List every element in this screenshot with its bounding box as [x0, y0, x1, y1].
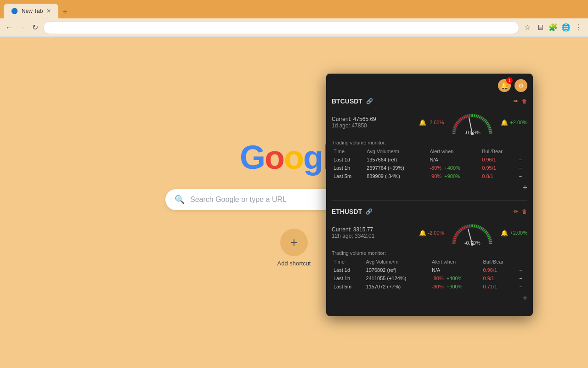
titlebar: 🔵 New Tab ✕ +: [0, 0, 588, 18]
eth-plus-icon[interactable]: +: [522, 293, 527, 303]
btc-plus-icon[interactable]: +: [522, 183, 527, 193]
td-alert: -90% +900%: [428, 172, 480, 180]
table-row: Last 5m 889909 (-34%) -90% +900% 0.8/1 −: [332, 172, 527, 180]
menu-dots-icon[interactable]: ⋮: [574, 23, 583, 32]
table-row: Last 1h 2411055 (+124%) -80% +400% 0.9/1…: [332, 274, 527, 282]
table-row: Last 1d 1357664 (ref) N/A 0.96/1 −: [332, 155, 527, 164]
forward-button[interactable]: →: [17, 23, 27, 32]
td-vol: 2411055 (+124%): [364, 274, 430, 282]
td-alert: -90% +900%: [430, 282, 481, 291]
td-minus[interactable]: −: [517, 172, 527, 180]
browser-toolbar: ← → ↻ ☆ 🖥 🧩 🌐 ⋮: [0, 18, 588, 37]
eth-volume-table: Time Avg Volume/m Alert when Bull/Bear L…: [332, 258, 527, 291]
btc-delete-icon[interactable]: 🗑: [522, 98, 527, 104]
btc-volume-label: Trading volume monitor:: [332, 140, 527, 145]
btc-alert-red: 🔔 -2.00%: [419, 119, 444, 126]
btc-current-value: 47565.69: [353, 116, 376, 122]
logo-o1: o: [265, 139, 284, 176]
td-minus[interactable]: −: [517, 266, 527, 274]
td-bull: 0.8/1: [480, 172, 517, 180]
eth-symbol: ETHUSDT: [332, 208, 362, 215]
add-shortcut-button[interactable]: + Add shortcut: [277, 229, 311, 267]
td-minus[interactable]: −: [517, 274, 527, 282]
btc-table-header-row: Time Avg Volume/m Alert when Bull/Bear: [332, 147, 527, 155]
eth-volume-label: Trading volume monitor:: [332, 250, 527, 256]
btc-current-price: Current: 47565.69: [332, 116, 413, 122]
td-vol: 889909 (-34%): [365, 172, 428, 180]
eth-ago-price: 12h ago: 3342.01: [332, 233, 413, 239]
screen-cast-icon[interactable]: 🖥: [536, 23, 545, 32]
back-button[interactable]: ←: [5, 23, 14, 32]
tab-title: New Tab: [22, 8, 43, 14]
eth-ago-value: 3342.01: [355, 233, 374, 239]
th-bull-btc: Bull/Bear: [480, 147, 517, 155]
btc-symbol: BTCUSDT: [332, 98, 362, 105]
td-minus[interactable]: −: [517, 155, 527, 164]
new-tab-button[interactable]: +: [58, 6, 71, 18]
th-vol-btc: Avg Volume/m: [365, 147, 428, 155]
btc-ago-value: 47850: [351, 122, 367, 129]
eth-prices: Current: 3315.77 12h ago: 3342.01: [332, 226, 413, 239]
eth-alert-red-pct: -2.00%: [428, 230, 444, 236]
table-row: Last 1h 2697764 (+99%) -80% +400% 0.95/1…: [332, 164, 527, 172]
btc-link-icon[interactable]: 🔗: [366, 98, 373, 104]
reload-button[interactable]: ↻: [30, 23, 40, 32]
table-row: Last 1d 1076802 (ref) N/A 0.96/1 −: [332, 266, 527, 274]
tab-favicon: 🔵: [11, 8, 18, 14]
btc-add-row-button[interactable]: +: [332, 183, 527, 193]
tab-close-icon[interactable]: ✕: [46, 8, 51, 14]
bookmark-star-icon[interactable]: ☆: [523, 23, 532, 32]
td-alert: N/A: [428, 155, 480, 164]
eth-section: ETHUSDT 🔗 ✏ 🗑 Current: 3315.77 12h ago: …: [332, 208, 527, 310]
profile-globe-icon[interactable]: 🌐: [561, 23, 571, 32]
btc-alert-green-pct: +2.00%: [510, 120, 527, 125]
td-minus[interactable]: −: [517, 164, 527, 172]
eth-gauge-pct: -0.79%: [464, 240, 481, 246]
active-tab[interactable]: 🔵 New Tab ✕: [4, 4, 58, 18]
td-time: Last 1d: [332, 155, 365, 164]
eth-alert-red: 🔔 -2.00%: [419, 230, 444, 236]
td-vol: 1076802 (ref): [364, 266, 430, 274]
add-shortcut-circle: +: [280, 229, 308, 256]
settings-gear-button[interactable]: ⚙: [514, 79, 527, 92]
btc-gauge: -0.59%: [449, 109, 495, 136]
td-bull: 0.96/1: [480, 155, 517, 164]
td-time: Last 1d: [332, 266, 364, 274]
extensions-puzzle-icon[interactable]: 🧩: [548, 23, 558, 32]
btc-edit-icon[interactable]: ✏: [514, 98, 518, 104]
btc-alert-green: 🔔 +2.00%: [501, 119, 527, 126]
eth-table-header-row: Time Avg Volume/m Alert when Bull/Bear: [332, 258, 527, 266]
url-bar[interactable]: [43, 21, 519, 34]
th-action-eth: [517, 258, 527, 266]
eth-info-row: Current: 3315.77 12h ago: 3342.01 🔔 -2.0…: [332, 219, 527, 247]
td-bull: 0.96/1: [481, 266, 517, 274]
th-alert-btc: Alert when: [428, 147, 480, 155]
eth-header: ETHUSDT 🔗 ✏ 🗑: [332, 208, 527, 215]
eth-edit-icon[interactable]: ✏: [514, 208, 518, 215]
btc-header: BTCUSDT 🔗 ✏ 🗑: [332, 98, 527, 105]
tab-bar: 🔵 New Tab ✕ +: [4, 0, 71, 18]
th-time-btc: Time: [332, 147, 365, 155]
td-vol: 1157072 (+7%): [364, 282, 430, 291]
eth-gauge: -0.79%: [449, 219, 495, 247]
td-minus[interactable]: −: [517, 282, 527, 291]
td-alert: N/A: [430, 266, 481, 274]
search-placeholder: Search Google or type a URL: [190, 196, 287, 204]
eth-delete-icon[interactable]: 🗑: [522, 208, 527, 215]
td-alert: -80% +400%: [430, 274, 481, 282]
eth-bell-red-icon: 🔔: [419, 230, 426, 236]
btc-volume-table: Time Avg Volume/m Alert when Bull/Bear L…: [332, 147, 527, 180]
btc-ago-price: 1d ago: 47850: [332, 122, 413, 129]
eth-add-row-button[interactable]: +: [332, 293, 527, 303]
eth-alert-green-pct: +2.00%: [510, 230, 527, 236]
td-alert: -80% +400%: [428, 164, 480, 172]
eth-link-icon[interactable]: 🔗: [366, 208, 373, 215]
td-vol: 2697764 (+99%): [365, 164, 428, 172]
th-time-eth: Time: [332, 258, 364, 266]
td-time: Last 5m: [332, 172, 365, 180]
td-time: Last 1h: [332, 274, 364, 282]
eth-bell-green-icon: 🔔: [501, 230, 508, 236]
notification-button[interactable]: 🔔 1: [498, 79, 511, 92]
eth-current-value: 3315.77: [353, 226, 373, 233]
extension-popup: 🔔 1 ⚙ BTCUSDT 🔗 ✏ 🗑 Current: 47565.69: [326, 74, 533, 316]
